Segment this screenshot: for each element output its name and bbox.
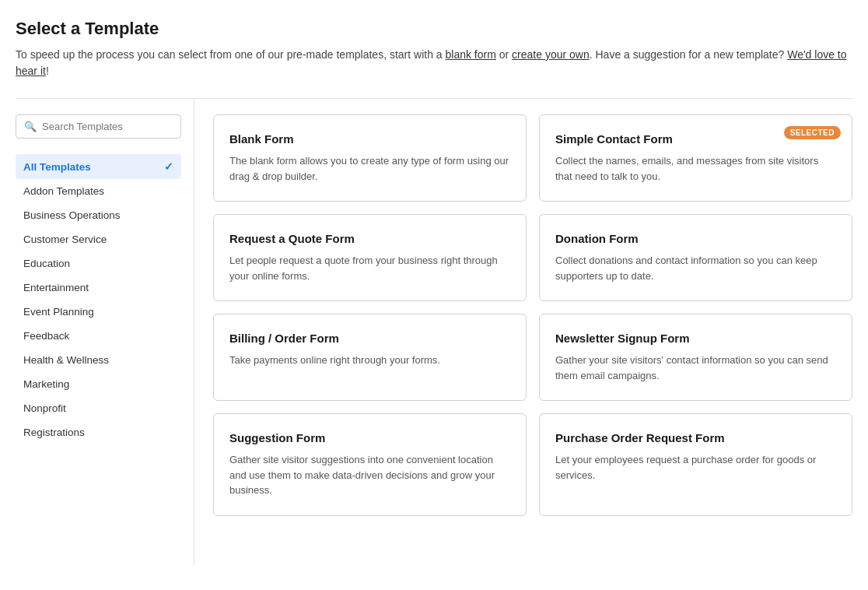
template-card-title: Blank Form xyxy=(229,132,510,146)
template-card-title: Request a Quote Form xyxy=(229,232,510,245)
main-layout: 🔍 All Templates✓Addon TemplatesBusiness … xyxy=(16,99,852,566)
template-card-desc: Gather your site visitors' contact infor… xyxy=(555,353,836,383)
sidebar-item-label: Registrations xyxy=(23,427,85,438)
sidebar-item-label: Addon Templates xyxy=(23,185,104,197)
sidebar-item-marketing[interactable]: Marketing xyxy=(16,372,181,396)
search-box[interactable]: 🔍 xyxy=(16,114,181,139)
template-card-title: Purchase Order Request Form xyxy=(555,431,836,444)
template-card-desc: Collect donations and contact informatio… xyxy=(555,253,836,283)
template-card[interactable]: Suggestion FormGather site visitor sugge… xyxy=(213,413,527,516)
page-wrapper: Select a Template To speed up the proces… xyxy=(0,0,868,581)
template-card-desc: Gather site visitor suggestions into one… xyxy=(229,452,510,498)
selected-badge: SELECTED xyxy=(784,126,841,139)
create-own-link[interactable]: create your own xyxy=(512,48,590,61)
sidebar-item-label: All Templates xyxy=(23,161,91,173)
template-card[interactable]: Request a Quote FormLet people request a… xyxy=(213,214,527,301)
sidebar-item-label: Marketing xyxy=(23,378,69,390)
check-icon: ✓ xyxy=(164,160,173,173)
sidebar-item-customer-service[interactable]: Customer Service xyxy=(16,227,181,251)
blank-form-link[interactable]: blank form xyxy=(446,48,496,61)
template-card[interactable]: Blank FormThe blank form allows you to c… xyxy=(213,114,527,202)
sidebar-item-label: Health & Wellness xyxy=(23,354,109,366)
template-card-title: Suggestion Form xyxy=(229,431,510,444)
template-card[interactable]: Simple Contact FormCollect the names, em… xyxy=(539,114,852,202)
template-card-desc: Let people request a quote from your bus… xyxy=(229,253,510,283)
template-card-desc: Collect the names, emails, and messages … xyxy=(555,153,836,184)
search-icon: 🔍 xyxy=(24,121,37,132)
sidebar-item-nonprofit[interactable]: Nonprofit xyxy=(16,396,181,420)
template-card-title: Donation Form xyxy=(555,232,836,245)
sidebar-item-feedback[interactable]: Feedback xyxy=(16,324,181,348)
page-description: To speed up the process you can select f… xyxy=(16,47,852,79)
sidebar-item-entertainment[interactable]: Entertainment xyxy=(16,276,181,300)
sidebar-item-addon-templates[interactable]: Addon Templates xyxy=(16,179,181,203)
sidebar-item-label: Business Operations xyxy=(23,209,121,221)
template-card-desc: The blank form allows you to create any … xyxy=(229,153,510,184)
sidebar-nav: All Templates✓Addon TemplatesBusiness Op… xyxy=(16,154,181,444)
sidebar-item-education[interactable]: Education xyxy=(16,251,181,276)
sidebar-item-event-planning[interactable]: Event Planning xyxy=(16,300,181,324)
sidebar-item-label: Feedback xyxy=(23,330,69,342)
sidebar-item-label: Nonprofit xyxy=(23,402,66,414)
sidebar-item-label: Entertainment xyxy=(23,282,89,293)
template-card[interactable]: Billing / Order FormTake payments online… xyxy=(213,314,527,401)
sidebar-item-label: Event Planning xyxy=(23,306,94,318)
template-card-title: Newsletter Signup Form xyxy=(555,332,836,345)
template-card-desc: Let your employees request a purchase or… xyxy=(555,452,836,483)
template-card[interactable]: Newsletter Signup FormGather your site v… xyxy=(539,314,852,401)
content-area: Blank FormThe blank form allows you to c… xyxy=(194,99,852,566)
templates-grid: Blank FormThe blank form allows you to c… xyxy=(213,114,852,516)
template-card[interactable]: Purchase Order Request FormLet your empl… xyxy=(539,413,852,516)
template-card[interactable]: Donation FormCollect donations and conta… xyxy=(539,214,852,301)
sidebar-item-registrations[interactable]: Registrations xyxy=(16,420,181,444)
sidebar-item-health-&-wellness[interactable]: Health & Wellness xyxy=(16,348,181,372)
sidebar-item-label: Customer Service xyxy=(23,234,107,245)
sidebar-item-label: Education xyxy=(23,258,70,269)
search-input[interactable] xyxy=(42,121,173,132)
sidebar-item-business-operations[interactable]: Business Operations xyxy=(16,203,181,227)
sidebar-item-all-templates[interactable]: All Templates✓ xyxy=(16,154,181,179)
sidebar: 🔍 All Templates✓Addon TemplatesBusiness … xyxy=(16,99,194,566)
page-title: Select a Template xyxy=(16,19,852,39)
template-card-title: Billing / Order Form xyxy=(229,332,510,345)
template-card-desc: Take payments online right through your … xyxy=(229,353,510,368)
